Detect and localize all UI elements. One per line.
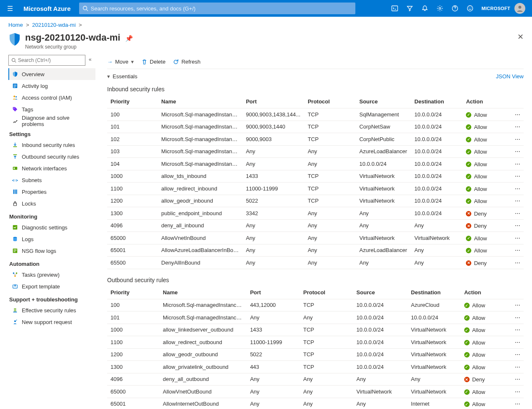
rule-row[interactable]: 101Microsoft.Sql-managedInstances_U...90… xyxy=(107,121,524,133)
row-menu-icon[interactable]: ⋯ xyxy=(509,170,524,183)
row-menu-icon[interactable]: ⋯ xyxy=(509,195,524,207)
col-name[interactable]: Name xyxy=(159,286,247,299)
global-search[interactable] xyxy=(79,3,355,14)
rule-row[interactable]: 1300public_endpoint_inbound3342AnyAny10.… xyxy=(107,207,524,220)
help-icon[interactable] xyxy=(451,5,459,12)
rule-row[interactable]: 1300allow_privatelink_outbound443TCP10.0… xyxy=(107,361,524,373)
col-destination[interactable]: Destination xyxy=(408,286,461,299)
rule-row[interactable]: 1000allow_linkedserver_outbound1433TCP10… xyxy=(107,324,524,336)
col-protocol[interactable]: Protocol xyxy=(300,286,353,299)
row-menu-icon[interactable]: ⋯ xyxy=(509,244,524,257)
sidebar-item-inbound-security-rules[interactable]: Inbound security rules xyxy=(8,139,95,151)
rule-row[interactable]: 65000AllowVnetInBoundAnyAnyVirtualNetwor… xyxy=(107,232,524,244)
row-menu-icon[interactable]: ⋯ xyxy=(509,121,524,133)
col-action[interactable]: Action xyxy=(463,95,509,108)
sidebar-item-properties[interactable]: Properties xyxy=(8,186,95,198)
rule-row[interactable]: 1100allow_redirect_inbound11000-11999TCP… xyxy=(107,183,524,195)
rule-row[interactable]: 1100allow_redirect_outbound11000-11999TC… xyxy=(107,336,524,349)
sidebar-item-locks[interactable]: Locks xyxy=(8,198,95,209)
collapse-sidebar-icon[interactable]: « xyxy=(89,57,92,62)
sidebar-item-export-template[interactable]: Export template xyxy=(8,280,95,292)
row-menu-icon[interactable]: ⋯ xyxy=(509,336,524,349)
rule-row[interactable]: 104Microsoft.Sql-managedInstances_U...An… xyxy=(107,158,524,170)
row-menu-icon[interactable]: ⋯ xyxy=(509,158,524,170)
rule-row[interactable]: 65000AllowVnetOutBoundAnyAnyVirtualNetwo… xyxy=(107,386,524,398)
row-menu-icon[interactable]: ⋯ xyxy=(509,398,524,409)
sidebar-item-network-interfaces[interactable]: Network interfaces xyxy=(8,162,95,174)
col-port[interactable]: Port xyxy=(247,286,300,299)
col-source[interactable]: Source xyxy=(356,95,411,108)
sidebar-item-tags[interactable]: Tags xyxy=(8,103,95,115)
sidebar-item-logs[interactable]: Logs xyxy=(8,233,95,245)
sidebar-item-new-support-request[interactable]: New support request xyxy=(8,316,95,328)
brand-label[interactable]: Microsoft Azure xyxy=(17,5,77,12)
rule-row[interactable]: 100Microsoft.Sql-managedInstances_U...90… xyxy=(107,108,524,121)
row-menu-icon[interactable]: ⋯ xyxy=(509,183,524,195)
feedback-icon[interactable] xyxy=(466,5,474,12)
breadcrumb-home[interactable]: Home xyxy=(8,22,23,28)
row-menu-icon[interactable]: ⋯ xyxy=(509,108,524,121)
sidebar-item-activity-log[interactable]: Activity log xyxy=(8,80,95,92)
row-menu-icon[interactable]: ⋯ xyxy=(509,145,524,158)
rule-row[interactable]: 65001AllowAzureLoadBalancerInBoundAnyAny… xyxy=(107,244,524,257)
rule-row[interactable]: 100Microsoft.Sql-managedInstances_U...44… xyxy=(107,299,524,311)
sidebar-item-access-control-iam-[interactable]: Access control (IAM) xyxy=(8,92,95,103)
row-menu-icon[interactable]: ⋯ xyxy=(509,232,524,244)
sidebar-item-tasks-preview-[interactable]: Tasks (preview) xyxy=(8,269,95,280)
account-area[interactable]: MICROSOFT xyxy=(481,3,525,14)
sidebar-item-overview[interactable]: Overview xyxy=(8,68,95,80)
row-menu-icon[interactable]: ⋯ xyxy=(509,257,524,269)
refresh-button[interactable]: Refresh xyxy=(173,59,200,65)
row-menu-icon[interactable]: ⋯ xyxy=(509,133,524,146)
rule-row[interactable]: 1000allow_tds_inbound1433TCPVirtualNetwo… xyxy=(107,170,524,183)
move-button[interactable]: →Move▾ xyxy=(107,59,134,65)
rule-row[interactable]: 65500DenyAllInBoundAnyAnyAnyAny✕Deny⋯ xyxy=(107,257,524,269)
rule-row[interactable]: 4096deny_all_inboundAnyAnyAnyAny✕Deny⋯ xyxy=(107,219,524,232)
settings-gear-icon[interactable] xyxy=(436,5,444,12)
col-protocol[interactable]: Protocol xyxy=(304,95,356,108)
rule-row[interactable]: 102Microsoft.Sql-managedInstances_U...90… xyxy=(107,133,524,146)
row-menu-icon[interactable]: ⋯ xyxy=(509,361,524,373)
row-menu-icon[interactable]: ⋯ xyxy=(509,299,524,311)
essentials-bar[interactable]: ▾ Essentials JSON View xyxy=(107,70,524,82)
cell-port: 9000,9003,1438,144... xyxy=(242,108,304,121)
sidebar-item-effective-security-rules[interactable]: Effective security rules xyxy=(8,304,95,316)
row-menu-icon[interactable]: ⋯ xyxy=(509,219,524,232)
rule-row[interactable]: 1200allow_geodr_outbound5022TCP10.0.0.0/… xyxy=(107,348,524,361)
sidebar-item-diagnostic-settings[interactable]: Diagnostic settings xyxy=(8,221,95,233)
sidebar-item-outbound-security-rules[interactable]: Outbound security rules xyxy=(8,151,95,162)
col-priority[interactable]: Priority xyxy=(107,95,158,108)
sidebar-search-input[interactable] xyxy=(18,57,82,63)
hamburger-icon[interactable]: ☰ xyxy=(3,5,17,13)
row-menu-icon[interactable]: ⋯ xyxy=(509,207,524,220)
row-menu-icon[interactable]: ⋯ xyxy=(509,386,524,398)
row-menu-icon[interactable]: ⋯ xyxy=(509,373,524,386)
col-port[interactable]: Port xyxy=(242,95,304,108)
rule-row[interactable]: 1200allow_geodr_inbound5022TCPVirtualNet… xyxy=(107,195,524,207)
rule-row[interactable]: 65001AllowInternetOutBoundAnyAnyAnyInter… xyxy=(107,398,524,409)
col-action[interactable]: Action xyxy=(461,286,509,299)
breadcrumb-parent[interactable]: 20210120-wda-mi xyxy=(32,22,76,28)
cloud-shell-icon[interactable] xyxy=(391,5,398,12)
close-icon[interactable]: ✕ xyxy=(517,32,524,41)
sidebar-item-diagnose-and-solve-problems[interactable]: Diagnose and solve problems xyxy=(8,115,95,127)
row-menu-icon[interactable]: ⋯ xyxy=(509,324,524,336)
rule-row[interactable]: 103Microsoft.Sql-managedInstances_U...An… xyxy=(107,145,524,158)
global-search-input[interactable] xyxy=(91,5,352,12)
col-source[interactable]: Source xyxy=(353,286,408,299)
sidebar-search[interactable] xyxy=(8,55,85,66)
sidebar-item-nsg-flow-logs[interactable]: NSG flow logs xyxy=(8,245,95,257)
row-menu-icon[interactable]: ⋯ xyxy=(509,311,524,324)
col-destination[interactable]: Destination xyxy=(411,95,463,108)
json-view-link[interactable]: JSON View xyxy=(496,73,524,80)
notifications-icon[interactable] xyxy=(421,5,429,12)
rule-row[interactable]: 4096deny_all_outboundAnyAnyAnyAny✕Deny⋯ xyxy=(107,373,524,386)
pin-icon[interactable]: 📌 xyxy=(125,35,133,42)
row-menu-icon[interactable]: ⋯ xyxy=(509,348,524,361)
col-name[interactable]: Name xyxy=(158,95,242,108)
filter-icon[interactable] xyxy=(406,5,414,12)
rule-row[interactable]: 101Microsoft.Sql-managedInstances_U...An… xyxy=(107,311,524,324)
col-priority[interactable]: Priority xyxy=(107,286,159,299)
sidebar-item-subnets[interactable]: <·>Subnets xyxy=(8,174,95,186)
delete-button[interactable]: Delete xyxy=(141,59,166,65)
